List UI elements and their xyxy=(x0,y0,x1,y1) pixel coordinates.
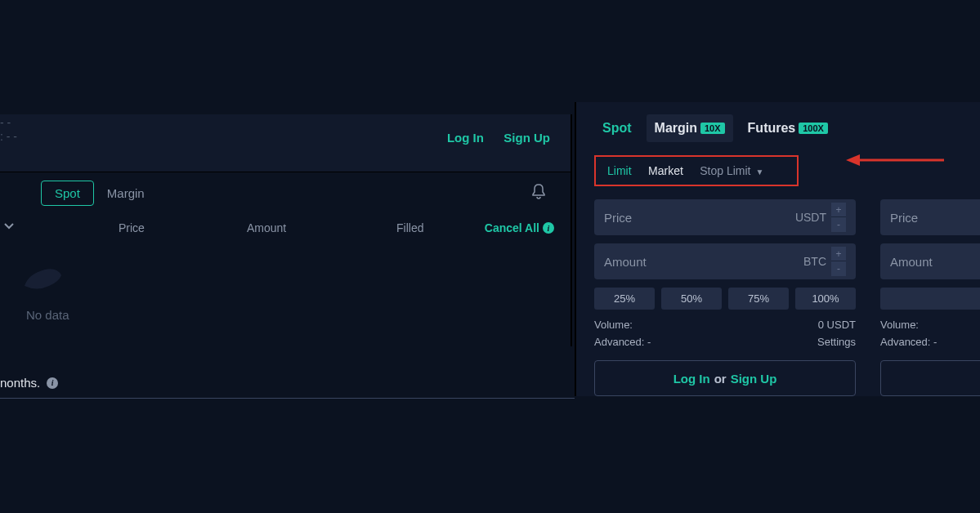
pct-50[interactable]: 50% xyxy=(661,288,722,310)
price-input[interactable]: Price xyxy=(880,199,980,235)
step-down-icon[interactable]: - xyxy=(831,217,846,232)
volume-label: Volume: xyxy=(880,319,919,331)
cancel-all-button[interactable]: Cancel All i xyxy=(485,221,554,234)
orders-tab-spot[interactable]: Spot xyxy=(41,181,94,206)
login-signup-button[interactable]: Lo xyxy=(880,360,980,396)
advanced-label: Advanced: - xyxy=(594,336,651,348)
pct-100[interactable]: 100% xyxy=(795,288,856,310)
top-info-strip: - - : - - Log In Sign Up xyxy=(0,114,572,172)
sell-form: Price Amount 25% Volume: Advanced: - Lo xyxy=(880,199,980,396)
info-icon[interactable]: i xyxy=(47,377,58,389)
order-type-limit[interactable]: Limit xyxy=(601,163,638,179)
login-link[interactable]: Log In xyxy=(673,372,710,386)
amount-input[interactable]: Amount xyxy=(880,243,980,279)
volume-label: Volume: xyxy=(594,319,633,331)
step-up-icon[interactable]: + xyxy=(831,203,846,217)
advanced-label: Advanced: - xyxy=(880,336,937,348)
login-link[interactable]: Log In xyxy=(447,131,484,145)
buy-form: Price USDT + - Amount BTC + - 25% 50% 75… xyxy=(594,199,856,396)
placeholder-dashes: - - : - - xyxy=(0,116,17,144)
sort-dropdown-icon[interactable] xyxy=(4,223,14,230)
order-type-tabs: Limit Market Stop Limit ▼ xyxy=(594,155,799,186)
order-entry-panel: Spot Margin 10X Futures 100X Limit Marke… xyxy=(575,102,980,396)
empty-icon xyxy=(16,257,65,298)
settings-link[interactable]: Settings xyxy=(817,336,856,348)
market-tab-spot[interactable]: Spot xyxy=(594,114,640,142)
futures-badge: 100X xyxy=(799,123,828,134)
market-tabs: Spot Margin 10X Futures 100X xyxy=(576,114,980,150)
market-tab-margin[interactable]: Margin 10X xyxy=(647,114,733,142)
price-input[interactable]: Price USDT + - xyxy=(594,199,856,235)
order-type-market[interactable]: Market xyxy=(642,163,690,179)
orders-tab-margin[interactable]: Margin xyxy=(94,181,158,205)
step-down-icon[interactable]: - xyxy=(831,261,846,276)
order-type-stop-limit[interactable]: Stop Limit ▼ xyxy=(693,163,770,179)
chevron-down-icon: ▼ xyxy=(755,167,763,176)
volume-value: 0 USDT xyxy=(818,319,856,331)
login-signup-button[interactable]: Log In or Sign Up xyxy=(594,360,856,396)
price-stepper[interactable]: + - xyxy=(831,203,846,232)
footer-note: nonths. i xyxy=(0,376,575,399)
orders-panel: Spot Margin Price Amount Filled Cancel A… xyxy=(0,172,572,346)
header-amount: Amount xyxy=(247,221,286,234)
svg-marker-1 xyxy=(846,154,860,166)
signup-link[interactable]: Sign Up xyxy=(503,131,550,145)
no-data-text: No data xyxy=(26,308,571,322)
pct-buttons: 25% xyxy=(880,288,980,310)
no-data-region: No data xyxy=(0,241,571,346)
signup-link[interactable]: Sign Up xyxy=(731,372,777,386)
header-filled: Filled xyxy=(396,221,423,234)
pct-25[interactable]: 25% xyxy=(880,288,980,310)
info-icon[interactable]: i xyxy=(543,222,554,234)
margin-badge: 10X xyxy=(700,123,725,134)
step-up-icon[interactable]: + xyxy=(831,247,846,261)
annotation-arrow-icon xyxy=(842,152,948,168)
amount-stepper[interactable]: + - xyxy=(831,247,846,276)
notifications-icon[interactable] xyxy=(531,184,546,200)
orders-tabs: Spot Margin xyxy=(0,172,571,213)
orders-header-row: Price Amount Filled Cancel All i xyxy=(0,213,571,241)
amount-input[interactable]: Amount BTC + - xyxy=(594,243,856,279)
header-price: Price xyxy=(119,221,145,234)
pct-buttons: 25% 50% 75% 100% xyxy=(594,288,856,310)
market-tab-futures[interactable]: Futures 100X xyxy=(740,114,836,142)
pct-75[interactable]: 75% xyxy=(728,288,789,310)
pct-25[interactable]: 25% xyxy=(594,288,655,310)
